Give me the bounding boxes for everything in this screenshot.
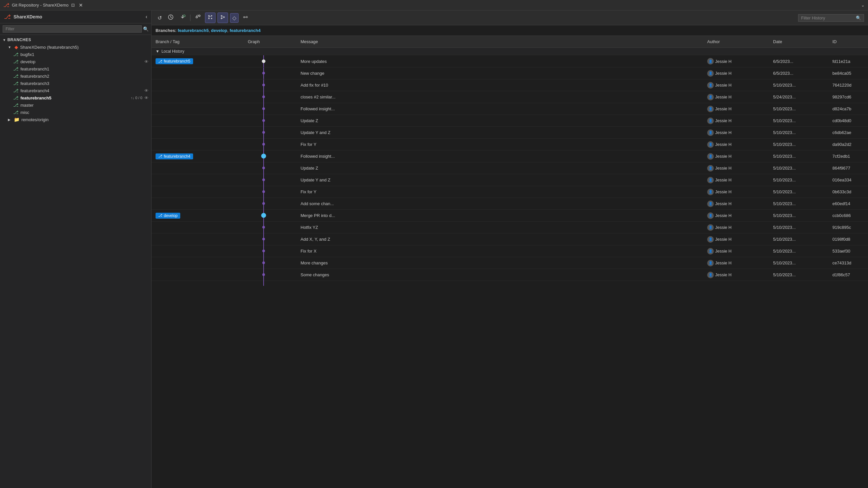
refresh-button[interactable]: ↺ [156, 13, 164, 22]
sidebar-item-develop[interactable]: ⎇ develop 👁 [0, 58, 151, 65]
table-row[interactable]: More changes 👤 Jessie H 5/10/2023... ce7… [152, 257, 868, 269]
table-row[interactable]: Add X, Y, and Z 👤 Jessie H 5/10/2023... … [152, 233, 868, 245]
layout1-button[interactable] [205, 12, 216, 23]
branch-icon-bugfix1: ⎇ [13, 52, 19, 57]
cell-branch-2 [152, 84, 244, 87]
cell-message-10: Update Y and Z [297, 176, 703, 184]
root-branch-label: ShareXDemo (featurebranch5) [20, 45, 149, 50]
svg-point-12 [223, 17, 225, 18]
cell-id-5: cd0b48d0 [829, 117, 868, 125]
cell-date-9: 5/10/2023... [769, 164, 829, 172]
branch-link-develop[interactable]: develop [211, 28, 227, 33]
table-row[interactable]: ⎇ featurebranch4 Followed insight... 👤 J… [152, 151, 868, 162]
cell-date-3: 5/24/2023... [769, 93, 829, 101]
cell-branch-11 [152, 191, 244, 193]
pull-button[interactable] [178, 13, 187, 23]
layout2-button[interactable] [217, 12, 228, 23]
filter-history-icon[interactable]: 🔍 [856, 15, 861, 21]
sidebar-collapse-button[interactable]: ‹ [146, 14, 147, 20]
cell-date-0: 6/5/2023... [769, 58, 829, 65]
cell-author-0: 👤 Jessie H [703, 57, 769, 66]
cell-message-7: Fix for Y [297, 140, 703, 148]
chevron-icon[interactable]: ⌄ [861, 3, 865, 7]
table-row[interactable]: Fix for X 👤 Jessie H 5/10/2023... 533aef… [152, 245, 868, 257]
cell-graph-17 [244, 262, 297, 264]
section-arrow-icon: ▼ [3, 38, 6, 42]
branch-label-fb4: featurebranch4 [21, 88, 142, 93]
sidebar-item-featurebranch3[interactable]: ⎇ featurebranch3 [0, 80, 151, 87]
avatar-11: 👤 [707, 189, 714, 195]
svg-point-17 [246, 17, 247, 18]
branch-link-fb5[interactable]: featurebranch5 [178, 28, 209, 33]
avatar-13: 👤 [707, 213, 714, 219]
branch-graph-button[interactable] [193, 13, 203, 23]
cell-date-10: 5/10/2023... [769, 176, 829, 184]
branch-item-root[interactable]: ▼ ◆ ShareXDemo (featurebranch5) [0, 43, 151, 51]
branch-link-fb4[interactable]: featurebranch4 [230, 28, 261, 33]
cell-id-0: fd11e21a [829, 58, 868, 65]
fb5-eye-icon: 👁 [144, 96, 149, 100]
sidebar-item-misc[interactable]: ⎇ misc [0, 109, 151, 116]
avatar-16: 👤 [707, 248, 714, 255]
sidebar-item-featurebranch4[interactable]: ⎇ featurebranch4 👁 [0, 87, 151, 94]
branches-section-header[interactable]: ▼ Branches [0, 36, 151, 43]
table-row[interactable]: Update Z 👤 Jessie H 5/10/2023... 864f967… [152, 162, 868, 174]
local-history-row: ▼ Local History [152, 48, 868, 55]
cell-message-3: closes #2 similar... [297, 93, 703, 101]
fetch-button[interactable] [166, 13, 176, 23]
cell-date-1: 6/5/2023... [769, 69, 829, 77]
cell-id-15: 0198f0d8 [829, 235, 868, 243]
table-row[interactable]: New change 👤 Jessie H 6/5/2023... be84ca… [152, 67, 868, 79]
cell-branch-18 [152, 273, 244, 276]
sidebar-filter-icon[interactable]: 🔍 [143, 26, 149, 32]
table-row[interactable]: Hotfix YZ 👤 Jessie H 5/10/2023... 919c89… [152, 222, 868, 233]
window-title: Git Repository - ShareXDemo [12, 3, 68, 7]
branch-icon-fb2: ⎇ [13, 73, 19, 79]
sidebar-item-featurebranch5[interactable]: ⎇ featurebranch5 ↑↓ 0 / 0 👁 [0, 94, 151, 101]
cell-author-4: 👤 Jessie H [703, 104, 769, 113]
cell-branch-17 [152, 262, 244, 264]
cell-date-2: 5/10/2023... [769, 82, 829, 89]
table-row[interactable]: Add some chan... 👤 Jessie H 5/10/2023...… [152, 198, 868, 210]
branches-bar: Branches: featurebranch5, develop, featu… [152, 25, 868, 36]
sidebar-item-featurebranch1[interactable]: ⎇ featurebranch1 [0, 65, 151, 72]
cell-graph-18 [244, 273, 297, 276]
header-id: ID [829, 38, 868, 45]
sidebar-filter-input[interactable] [3, 25, 142, 33]
remote-branches-button[interactable] [241, 13, 250, 23]
sidebar-item-remotes[interactable]: ▶ 📁 remotes/origin [0, 116, 151, 123]
table-row[interactable]: Update Z 👤 Jessie H 5/10/2023... cd0b48d… [152, 115, 868, 127]
cell-message-18: Some changes [297, 271, 703, 279]
sidebar-item-featurebranch2[interactable]: ⎇ featurebranch2 [0, 72, 151, 80]
root-arrow-icon: ▼ [8, 45, 11, 49]
table-row[interactable]: Followed insight... 👤 Jessie H 5/10/2023… [152, 103, 868, 115]
sidebar-item-bugfix1[interactable]: ⎇ bugfix1 [0, 51, 151, 58]
cell-id-9: 864f9677 [829, 164, 868, 172]
table-row[interactable]: Fix for Y 👤 Jessie H 5/10/2023... 0b633c… [152, 186, 868, 198]
table-row[interactable]: ⎇ develop Merge PR into d... 👤 Jessie H … [152, 210, 868, 222]
cell-id-6: c6db62ae [829, 129, 868, 136]
cell-id-2: 7641220d [829, 82, 868, 89]
sidebar-item-master[interactable]: ⎇ master [0, 101, 151, 109]
table-row[interactable]: Add fix for #10 👤 Jessie H 5/10/2023... … [152, 79, 868, 91]
cell-id-7: da90a2d2 [829, 140, 868, 148]
avatar-1: 👤 [707, 70, 714, 77]
cell-graph-14 [244, 226, 297, 229]
pin-button[interactable]: ⊡ [71, 3, 75, 7]
header-branch-tag: Branch / Tag [152, 38, 244, 45]
table-row[interactable]: Some changes 👤 Jessie H 5/10/2023... d1f… [152, 269, 868, 281]
cell-author-7: 👤 Jessie H [703, 140, 769, 149]
filter-history-input[interactable]: Filter History 🔍 [798, 14, 864, 22]
table-row[interactable]: Fix for Y 👤 Jessie H 5/10/2023... da90a2… [152, 139, 868, 151]
cell-branch-13: ⎇ develop [152, 212, 244, 220]
tag-button[interactable]: ◇ [230, 13, 239, 23]
table-row[interactable]: ⎇ featurebranch5 More updates 👤 Jessie H… [152, 55, 868, 67]
cell-author-6: 👤 Jessie H [703, 128, 769, 137]
table-row[interactable]: closes #2 similar... 👤 Jessie H 5/24/202… [152, 91, 868, 103]
close-button[interactable]: ✕ [79, 2, 83, 8]
branch-label-fb2: featurebranch2 [21, 74, 149, 79]
cell-graph-1 [244, 72, 297, 75]
table-row[interactable]: Update Y and Z 👤 Jessie H 5/10/2023... c… [152, 127, 868, 139]
table-row[interactable]: Update Y and Z 👤 Jessie H 5/10/2023... 0… [152, 174, 868, 186]
cell-author-16: 👤 Jessie H [703, 247, 769, 256]
